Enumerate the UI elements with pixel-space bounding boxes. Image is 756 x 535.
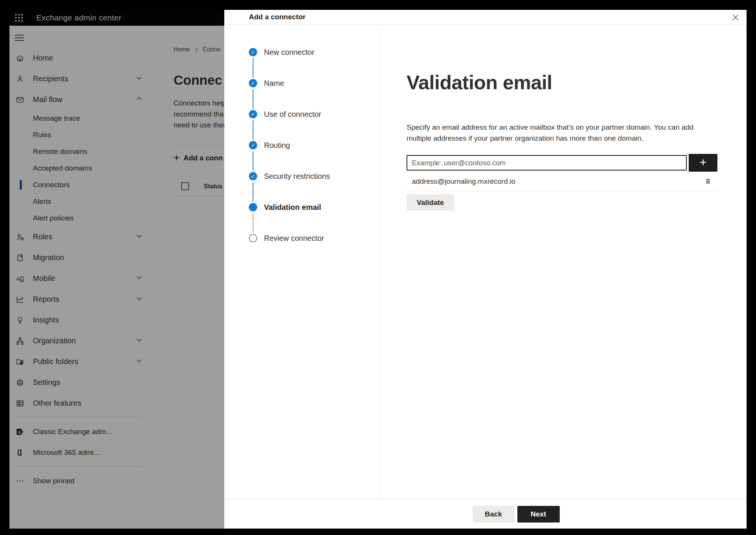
step-completed-icon: ✓ (249, 110, 257, 118)
check-icon: ✓ (251, 50, 255, 55)
step-connector-line (253, 58, 253, 78)
step-label: Use of connector (264, 110, 321, 118)
add-email-button[interactable]: + (689, 154, 717, 172)
content-heading: Validation email (407, 71, 720, 94)
step-completed-icon: ✓ (249, 172, 257, 180)
check-icon: ✓ (251, 81, 255, 86)
close-icon[interactable] (731, 12, 740, 22)
step-name[interactable]: ✓ Name (224, 79, 380, 110)
added-address-row: address@journaling.mxrecord.io (407, 172, 717, 191)
screenshot-frame: Exchange admin center Home Recipients Ma… (0, 0, 756, 535)
step-connector-line (253, 151, 253, 171)
trash-icon[interactable] (702, 176, 714, 187)
step-connector-line (253, 182, 253, 202)
step-review-connector[interactable]: Review connector (224, 234, 380, 265)
dialog-body: ✓ New connector ✓ Name ✓ Use of connecto… (224, 25, 747, 499)
dialog-title: Add a connector (249, 13, 306, 21)
step-routing[interactable]: ✓ Routing (224, 141, 380, 172)
dialog-content: Validation email Specify an email addres… (381, 25, 747, 499)
step-label: Routing (264, 141, 290, 149)
step-new-connector[interactable]: ✓ New connector (224, 48, 380, 79)
step-completed-icon: ✓ (249, 79, 257, 87)
step-label: Security restrictions (264, 172, 330, 180)
step-upcoming-icon (249, 234, 257, 242)
check-icon: ✓ (251, 143, 255, 148)
dialog-header: Add a connector (224, 10, 747, 25)
step-connector-line (253, 213, 253, 233)
validate-button[interactable]: Validate (407, 194, 454, 211)
check-icon: ✓ (251, 112, 255, 117)
step-security-restrictions[interactable]: ✓ Security restrictions (224, 172, 380, 203)
wizard-steps: ✓ New connector ✓ Name ✓ Use of connecto… (224, 25, 381, 499)
step-connector-line (253, 120, 253, 140)
add-connector-dialog: Add a connector ✓ New connector ✓ Name (224, 10, 747, 529)
step-label: Validation email (264, 203, 321, 211)
next-button[interactable]: Next (517, 506, 560, 523)
step-label: Review connector (264, 234, 324, 242)
validation-email-input[interactable] (407, 155, 687, 171)
step-label: New connector (264, 48, 314, 56)
step-label: Name (264, 79, 284, 87)
plus-icon: + (700, 156, 707, 168)
step-completed-icon: ✓ (249, 48, 257, 56)
step-connector-line (253, 89, 253, 109)
added-address: address@journaling.mxrecord.io (412, 177, 515, 186)
app-window: Exchange admin center Home Recipients Ma… (9, 10, 747, 529)
check-icon: ✓ (251, 174, 255, 179)
back-button[interactable]: Back (473, 506, 514, 523)
step-completed-icon: ✓ (249, 141, 257, 149)
email-input-row: + (407, 155, 717, 172)
step-use-of-connector[interactable]: ✓ Use of connector (224, 110, 380, 141)
content-description: Specify an email address for an active m… (407, 122, 705, 144)
dialog-footer: Back Next (224, 499, 747, 529)
step-validation-email[interactable]: Validation email (224, 203, 380, 234)
step-current-icon (249, 203, 257, 211)
